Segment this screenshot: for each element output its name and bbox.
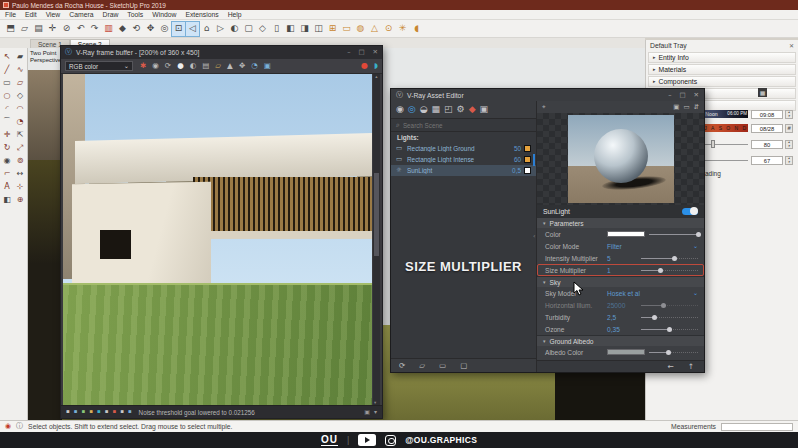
toolbar-icon[interactable]: ⟲ xyxy=(130,22,143,36)
asset-category-icon[interactable]: ▣ xyxy=(480,105,489,114)
palette-tool-icon[interactable]: ↔ xyxy=(14,167,27,180)
palette-tool-icon[interactable]: A xyxy=(1,180,14,193)
frame-buffer-toolbar-icon[interactable]: ▤ xyxy=(202,62,209,70)
toolbar-icon[interactable]: ▯ xyxy=(270,22,283,36)
toolbar-icon[interactable]: ⌂ xyxy=(200,22,213,36)
status-mini-icon[interactable]: ▪ xyxy=(74,409,78,415)
asset-category-icon[interactable]: ◆ xyxy=(469,105,476,114)
dark-value[interactable]: 67 xyxy=(751,156,783,165)
asset-category-icon[interactable]: ◒ xyxy=(420,105,428,114)
asset-file-icon[interactable]: ▢ xyxy=(460,362,467,370)
albedo-slider[interactable] xyxy=(649,349,698,356)
light-row[interactable]: ▭ Rectangle Light Intense 60 xyxy=(391,154,536,165)
frame-buffer-toolbar-icon[interactable]: ⟳ xyxy=(165,62,171,70)
palette-tool-icon[interactable]: ○ xyxy=(1,89,14,102)
time-spinner[interactable]: ▴▾ xyxy=(785,110,793,119)
sky-section-header[interactable]: ▾ Sky xyxy=(537,276,704,287)
calendar-icon[interactable]: ▦ xyxy=(785,124,793,133)
asset-file-icon[interactable]: ⟳ xyxy=(399,362,405,370)
collapse-pane-icon[interactable]: ‹ xyxy=(533,233,535,239)
albedo-color-swatch[interactable] xyxy=(607,349,645,355)
frame-buffer-toolbar-icon[interactable]: ▲ xyxy=(227,62,233,70)
menu-item[interactable]: Window xyxy=(152,11,176,18)
asset-category-icon[interactable]: ▦ xyxy=(432,105,441,114)
palette-tool-icon[interactable]: ╱ xyxy=(1,63,14,76)
status-mini-icon[interactable]: ▪ xyxy=(97,409,101,415)
toolbar-icon[interactable]: ↶ xyxy=(74,22,87,36)
minimize-icon[interactable]: – xyxy=(668,92,671,99)
toolbar-icon[interactable]: ◁ xyxy=(186,22,199,36)
toolbar-icon[interactable]: ▢ xyxy=(242,22,255,36)
asset-category-icon[interactable]: ◎ xyxy=(408,105,416,114)
asset-file-icon[interactable]: ▭ xyxy=(439,362,446,370)
up-arrow-icon[interactable]: ↑ xyxy=(688,363,694,371)
menu-item[interactable]: Help xyxy=(228,11,242,18)
toggle-shadows-icon[interactable]: ▦ xyxy=(758,88,767,97)
scroll-up-icon[interactable]: ▴ xyxy=(375,75,377,80)
spin-down-icon[interactable]: ▾ xyxy=(788,115,790,119)
toolbar-icon[interactable]: ◧ xyxy=(284,22,297,36)
frame-buffer-toolbar-icon[interactable]: ◐ xyxy=(190,62,197,70)
render-control-icon[interactable]: ● xyxy=(361,62,368,70)
tray-section[interactable]: ▸ Entity Info xyxy=(648,52,796,63)
toolbar-icon[interactable]: ▭ xyxy=(340,22,353,36)
frame-buffer-toolbar-icon[interactable]: ● xyxy=(177,62,184,70)
light-row-selected[interactable]: ☼ SunLight 0,5 xyxy=(391,165,536,176)
channel-select[interactable]: RGB color ⌄ xyxy=(65,61,133,71)
light-slider-knob[interactable] xyxy=(711,140,715,148)
status-mini-icon[interactable]: ▪ xyxy=(81,409,85,415)
lights-scrollbar[interactable] xyxy=(533,154,535,166)
frame-buffer-toolbar-icon[interactable]: ▣ xyxy=(264,62,271,70)
frame-buffer-scrollbar[interactable]: ▴ ▾ xyxy=(373,74,380,405)
date-value[interactable]: 08/28 xyxy=(751,124,783,133)
palette-tool-icon[interactable]: ▰ xyxy=(14,50,27,63)
color-swatch[interactable] xyxy=(607,231,645,237)
palette-tool-icon[interactable]: ↻ xyxy=(1,141,14,154)
status-mini-icon[interactable]: ▪ xyxy=(89,409,93,415)
toolbar-icon[interactable]: ◎ xyxy=(158,22,171,36)
close-icon[interactable]: ✕ xyxy=(694,92,699,99)
toolbar-icon[interactable]: ▷ xyxy=(214,22,227,36)
menu-item[interactable]: Camera xyxy=(69,11,93,18)
toolbar-icon[interactable]: ⬒ xyxy=(4,22,17,36)
spin-down-icon[interactable]: ▾ xyxy=(788,161,790,165)
render-control-icon[interactable]: ◗ xyxy=(374,62,378,70)
palette-tool-icon[interactable]: ⤢ xyxy=(14,141,27,154)
status-mini-icon[interactable]: ▪ xyxy=(112,409,116,415)
minimize-icon[interactable]: – xyxy=(347,49,350,56)
frame-buffer-titlebar[interactable]: Ⓥ V-Ray frame buffer - [200% of 360 x 45… xyxy=(61,46,382,59)
size-multiplier-slider[interactable] xyxy=(641,267,698,274)
dark-spinner[interactable]: ▴▾ xyxy=(785,156,793,165)
measurements-input[interactable] xyxy=(721,423,793,431)
asset-file-icon[interactable]: ▱ xyxy=(419,362,425,370)
intensity-slider[interactable] xyxy=(641,255,698,262)
param-value[interactable]: Filter xyxy=(607,243,641,250)
frame-buffer-toolbar-icon[interactable]: ✱ xyxy=(140,62,146,70)
menu-item[interactable]: Draw xyxy=(102,11,118,18)
palette-tool-icon[interactable]: ◧ xyxy=(1,193,14,206)
parameters-section-header[interactable]: ▾ Parameters xyxy=(537,217,704,228)
status-mini-icon[interactable]: ▪ xyxy=(105,409,109,415)
palette-tool-icon[interactable]: ⊚ xyxy=(14,154,27,167)
toolbar-icon[interactable]: ⊡ xyxy=(172,22,185,36)
chevron-down-icon[interactable]: ⌄ xyxy=(693,290,698,296)
ozone-slider[interactable] xyxy=(641,326,698,333)
back-arrow-icon[interactable]: ← xyxy=(667,363,673,371)
tray-section[interactable]: ▸ Components xyxy=(648,76,796,87)
info-icon[interactable]: ⓘ xyxy=(16,423,23,430)
frame-buffer-toolbar-icon[interactable]: ✥ xyxy=(239,62,245,70)
menu-item[interactable]: Extensions xyxy=(185,11,218,18)
light-color-swatch[interactable] xyxy=(524,145,531,152)
toolbar-icon[interactable]: ▱ xyxy=(18,22,31,36)
menu-item[interactable]: View xyxy=(46,11,61,18)
close-icon[interactable]: ✕ xyxy=(373,49,378,56)
frame-buffer-toolbar-icon[interactable]: ◉ xyxy=(152,62,159,70)
light-spinner[interactable]: ▴▾ xyxy=(785,140,793,149)
preview-swap-icon[interactable]: ⇵ xyxy=(694,104,699,111)
geolocation-icon[interactable]: ◉ xyxy=(5,423,11,430)
status-right-icon[interactable]: ▣ xyxy=(364,409,370,415)
palette-tool-icon[interactable]: ◔ xyxy=(14,115,27,128)
status-mini-icon[interactable]: ▪ xyxy=(66,409,70,415)
palette-tool-icon[interactable]: ▭ xyxy=(1,76,14,89)
toolbar-icon[interactable]: ◨ xyxy=(298,22,311,36)
